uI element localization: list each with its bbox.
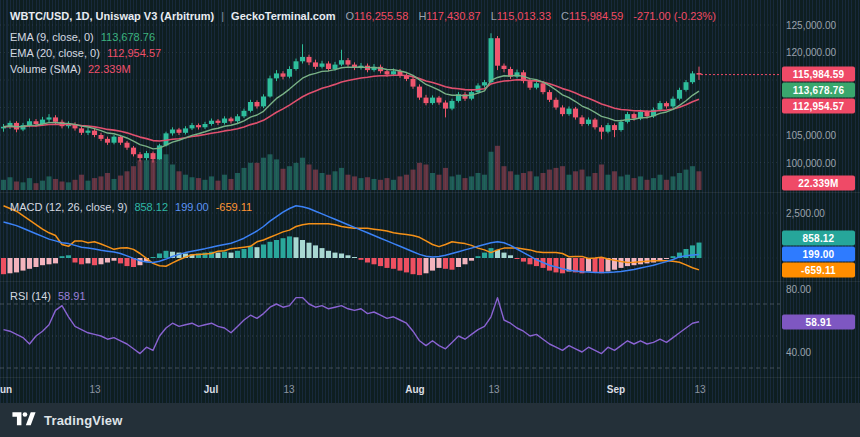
price-axis-badge: 113,678.76 bbox=[782, 83, 855, 98]
price-axis-label: 105,000.00 bbox=[786, 130, 836, 141]
price-axis-label: 120,000.00 bbox=[786, 47, 836, 58]
price-axis-badge: 112,954.57 bbox=[782, 99, 855, 114]
time-axis-label: Jul bbox=[204, 384, 218, 395]
price-axis-label: 125,000.00 bbox=[786, 20, 836, 31]
close-value: 115,984.59 bbox=[569, 10, 623, 22]
macd-label: MACD (12, 26, close, 9) bbox=[10, 201, 127, 213]
symbol-title-row: WBTC/USD, 1D, Uniswap V3 (Arbitrum) | Ge… bbox=[10, 10, 716, 22]
footer-bar: TradingView bbox=[0, 403, 860, 437]
volume-bars bbox=[1, 146, 702, 190]
ema9-value: 113,678.76 bbox=[101, 31, 155, 43]
volume-label: Volume (SMA) bbox=[10, 63, 81, 75]
title-source: GeckoTerminal.com bbox=[231, 10, 335, 22]
symbol-title[interactable]: WBTC/USD, 1D, Uniswap V3 (Arbitrum) bbox=[10, 10, 214, 22]
close-label: C bbox=[561, 10, 569, 22]
ema20-value: 112,954.57 bbox=[107, 47, 161, 59]
legend-macd[interactable]: MACD (12, 26, close, 9)858.12199.00-659.… bbox=[10, 201, 252, 213]
volume-value: 22.339M bbox=[88, 63, 131, 75]
legend-rsi[interactable]: RSI (14)58.91 bbox=[10, 290, 86, 302]
tradingview-logo-icon[interactable] bbox=[12, 411, 36, 429]
rsi-label: RSI (14) bbox=[10, 290, 51, 302]
ema20-label: EMA (20, close, 0) bbox=[10, 47, 100, 59]
price-axis-badge: 58.91 bbox=[782, 315, 855, 330]
price-axis-label: 2,500.00 bbox=[786, 208, 825, 219]
low-value: 115,013.33 bbox=[497, 10, 551, 22]
high-value: 117,430.87 bbox=[426, 10, 480, 22]
pane-separator-main-macd[interactable] bbox=[0, 192, 860, 193]
price-axis-badge: 115,984.59 bbox=[782, 67, 855, 82]
change-value: -271.00 (-0.23%) bbox=[633, 10, 716, 22]
gridlines bbox=[0, 25, 780, 368]
time-axis-label: 13 bbox=[488, 384, 499, 395]
ema9-label: EMA (9, close, 0) bbox=[10, 31, 94, 43]
legend-ema9[interactable]: EMA (9, close, 0)113,678.76 bbox=[10, 31, 155, 43]
chart-window: WBTC/USD, 1D, Uniswap V3 (Arbitrum) | Ge… bbox=[0, 0, 860, 437]
rsi-value: 58.91 bbox=[58, 290, 86, 302]
macd-hist-value: 858.12 bbox=[134, 201, 168, 213]
time-axis-label: un bbox=[0, 384, 12, 395]
pane-separator-rsi-timeaxis bbox=[0, 377, 860, 378]
price-axis-badge: 22.339M bbox=[782, 176, 855, 191]
time-axis-label: Sep bbox=[607, 384, 625, 395]
price-axis-label: 100,000.00 bbox=[786, 158, 836, 169]
ema-lines bbox=[4, 67, 700, 149]
macd-signal-value: -659.11 bbox=[216, 201, 253, 213]
pane-separator-macd-rsi[interactable] bbox=[0, 281, 860, 282]
time-axis-label: 13 bbox=[89, 384, 100, 395]
title-separator: | bbox=[221, 10, 224, 22]
macd-line-value: 199.00 bbox=[175, 201, 209, 213]
price-axis-badge: -659.11 bbox=[782, 263, 855, 278]
time-axis-label: Aug bbox=[405, 384, 424, 395]
price-axis-separator bbox=[780, 0, 781, 403]
macd-histogram bbox=[1, 236, 702, 275]
price-axis-badge: 199.00 bbox=[782, 247, 855, 262]
price-axis-label: 80.00 bbox=[786, 284, 811, 295]
time-axis-label: 13 bbox=[694, 384, 705, 395]
legend-ema20[interactable]: EMA (20, close, 0)112,954.57 bbox=[10, 47, 161, 59]
tradingview-brand-text[interactable]: TradingView bbox=[44, 413, 123, 428]
price-axis-badge: 858.12 bbox=[782, 231, 855, 246]
time-axis-label: 13 bbox=[283, 384, 294, 395]
price-axis-label: 40.00 bbox=[786, 347, 811, 358]
rsi-line bbox=[4, 298, 700, 354]
open-value: 116,255.58 bbox=[354, 10, 408, 22]
legend-volume[interactable]: Volume (SMA)22.339M bbox=[10, 63, 131, 75]
open-label: O bbox=[346, 10, 355, 22]
